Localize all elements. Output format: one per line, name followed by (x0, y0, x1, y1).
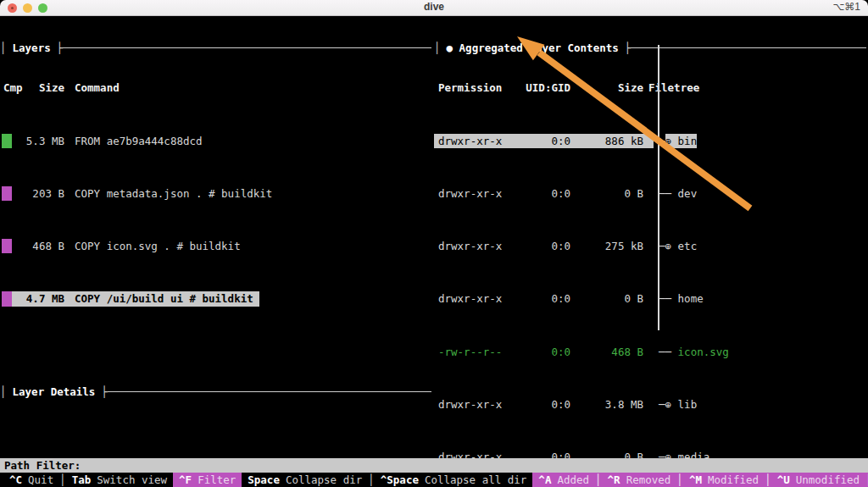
layer-size: 203 B (12, 186, 64, 201)
border-glyph: ├ (101, 385, 108, 399)
file-size: 3.8 MB (570, 397, 643, 412)
keybar-key: ^M (689, 473, 702, 486)
keybar-separator: │ (59, 473, 66, 487)
keybar-label: Switch view (97, 473, 167, 486)
keybar-separator: │ (765, 473, 771, 487)
right-pane: │● Aggregated Layer Contents├ Permission… (434, 15, 868, 487)
filetree-row[interactable]: drwxr-xr-x0:00 B── dev (434, 186, 868, 201)
border-glyph: ├ (57, 41, 64, 55)
keybar-separator: │ (595, 473, 602, 487)
border-rule (631, 47, 866, 48)
filetree-row[interactable]: drwxr-xr-x0:0275 kB─⊕ etc (434, 239, 868, 253)
filetree-column-header: PermissionUID:GIDSizeFiletree (434, 80, 868, 95)
layer-row[interactable]: 468 BCOPY icon.svg . # buildkit (0, 239, 433, 253)
filetree-title-text: Aggregated Layer Contents (459, 42, 619, 54)
keybar-item[interactable]: ^UUnmodified (771, 473, 865, 487)
filetree-row[interactable]: drwxr-xr-x0:0886 kB─⊕ bin (434, 134, 868, 148)
layer-details-title: Layer Details (7, 385, 102, 399)
layer-command: COPY metadata.json . # buildkit (75, 186, 272, 201)
tree-branch-glyph: ─ (659, 397, 665, 412)
terminal-area: │Layers├ CmpSizeCommand 5.3 MBFROM ae7b9… (0, 15, 868, 458)
keybar-item[interactable]: TabSwitch view (66, 473, 173, 487)
file-permission: drwxr-xr-x (438, 186, 513, 201)
file-permission: -rw-r--r-- (438, 345, 513, 359)
keybar-item[interactable]: ^MModified (683, 473, 765, 487)
window-title: dive (0, 0, 868, 14)
keybar-label: Unmodified (796, 473, 860, 486)
keybar-item[interactable]: ^CQuit (3, 473, 59, 487)
keybinding-bar: ^CQuit│ TabSwitch view ^FFilter SpaceCol… (0, 473, 868, 487)
keybar-item[interactable]: ^SpaceCollapse all dir (375, 473, 533, 487)
file-permission: drwxr-xr-x (438, 397, 513, 412)
file-name: dev (678, 186, 698, 201)
file-uid-gid: 0:0 (513, 397, 570, 412)
tree-trunk-line (658, 45, 659, 330)
file-uid-gid: 0:0 (513, 345, 570, 359)
layer-compare-bar (2, 186, 12, 201)
layer-row[interactable]: 4.7 MBCOPY /ui/build ui # buildkit (0, 291, 433, 306)
file-size: 886 kB (570, 134, 643, 148)
file-permission: drwxr-xr-x (438, 134, 513, 148)
keybar-key: ^F (179, 473, 192, 486)
file-name: icon.svg (678, 345, 729, 359)
left-pane: │Layers├ CmpSizeCommand 5.3 MBFROM ae7b9… (0, 15, 433, 487)
keybar-item[interactable]: ^RRemoved (602, 473, 677, 487)
col-filetree: Filetree (648, 80, 699, 95)
filetree-title: ● Aggregated Layer Contents (441, 41, 625, 55)
keybar-item[interactable]: ^AAdded (532, 473, 595, 487)
layer-command: COPY /ui/build ui # buildkit (75, 291, 253, 306)
blank-line (0, 345, 433, 359)
file-size: 0 B (570, 291, 643, 306)
col-size: Size (24, 80, 64, 95)
layer-command: FROM ae7b9a444c88dcd (75, 134, 203, 148)
border-rule (63, 47, 431, 48)
keybar-key: ^U (777, 473, 790, 486)
border-glyph: │ (434, 41, 441, 55)
layer-command: COPY icon.svg . # buildkit (75, 239, 241, 253)
border-glyph: ├ (625, 41, 632, 55)
layer-compare-bar (2, 239, 12, 253)
file-uid-gid: 0:0 (513, 134, 570, 148)
active-pane-indicator: ● (447, 42, 453, 54)
keybar-key: ^Space (381, 473, 419, 486)
file-size: 468 B (570, 345, 643, 359)
layer-row[interactable]: 5.3 MBFROM ae7b9a444c88dcd (0, 134, 433, 148)
layer-row[interactable]: 203 BCOPY metadata.json . # buildkit (0, 186, 433, 201)
keybar-label: Filter (198, 473, 236, 486)
border-glyph: │ (0, 41, 7, 55)
keybar-label: Quit (28, 473, 53, 486)
layers-column-header: CmpSizeCommand (0, 80, 433, 95)
file-name: ⊕ etc (665, 239, 698, 253)
layer-compare-bar (2, 134, 12, 148)
layers-title: Layers (7, 41, 57, 55)
layer-size: 5.3 MB (12, 134, 64, 148)
tree-branch-glyph: ── (659, 291, 678, 306)
layer-size: 468 B (12, 239, 64, 253)
layer-size: 4.7 MB (12, 291, 64, 306)
titlebar: dive ⌥⌘1 (0, 0, 868, 16)
file-uid-gid: 0:0 (513, 239, 570, 253)
keybar-separator: │ (368, 473, 375, 487)
file-name: ⊕ lib (665, 397, 698, 412)
keybar-label: Collapse dir (286, 473, 362, 486)
keybar-label: Removed (626, 473, 671, 486)
filetree-section-header: │● Aggregated Layer Contents├ (434, 41, 868, 55)
keybar-item[interactable]: SpaceCollapse dir (242, 473, 368, 487)
filetree-row[interactable]: drwxr-xr-x0:03.8 MB─⊕ lib (434, 397, 868, 412)
tree-branch-glyph: ── (659, 345, 678, 359)
file-size: 275 kB (570, 239, 643, 253)
keybar-label: Added (557, 473, 589, 486)
file-name: home (678, 291, 704, 306)
layers-section-header: │Layers├ (0, 41, 433, 55)
filetree-row[interactable]: -rw-r--r--0:0468 B── icon.svg (434, 345, 868, 359)
keybar-item[interactable]: ^FFilter (173, 473, 242, 487)
border-rule (108, 391, 431, 392)
path-filter-input[interactable] (81, 458, 868, 473)
keybar-separator: │ (676, 473, 683, 487)
tree-branch-glyph: ─ (659, 239, 665, 253)
col-command: Command (75, 80, 120, 95)
window-shortcut: ⌥⌘1 (832, 0, 860, 14)
filetree-row[interactable]: drwxr-xr-x0:00 B── home (434, 291, 868, 306)
col-permission: Permission (434, 80, 513, 95)
keybar-key: ^R (608, 473, 620, 486)
